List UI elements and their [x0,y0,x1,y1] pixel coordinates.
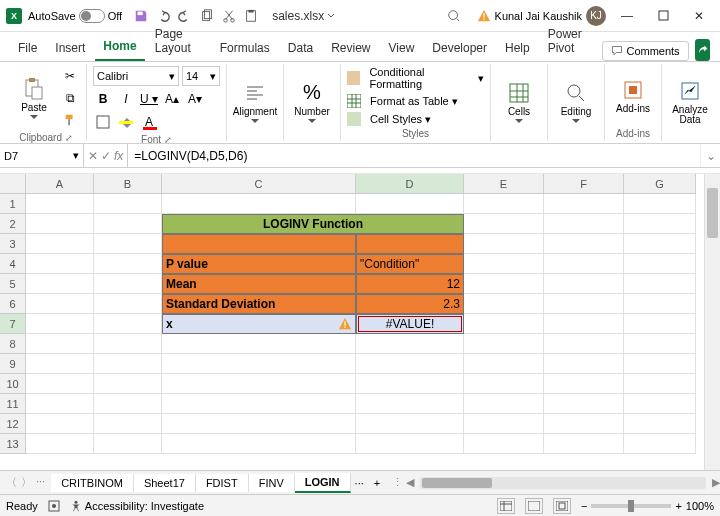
row-header[interactable]: 6 [0,294,26,314]
zoom-slider[interactable] [591,504,671,508]
sheet-tab[interactable]: Sheet17 [134,474,196,492]
tab-overflow-icon[interactable]: ··· [351,477,368,489]
fill-color-button[interactable] [116,112,136,132]
cut-icon[interactable]: ✂ [60,66,80,86]
row-header[interactable]: 2 [0,214,26,234]
addins-button[interactable]: Add-ins [611,66,655,126]
comments-button[interactable]: Comments [602,41,688,61]
tab-pagelayout[interactable]: Page Layout [147,21,210,61]
row-header[interactable]: 5 [0,274,26,294]
cell[interactable]: 2.3 [356,294,464,314]
formula-input[interactable]: =LOGINV(D4,D5,D6) [128,144,700,167]
paste-button[interactable]: Paste [12,66,56,130]
warning-icon[interactable] [338,317,352,331]
row-header[interactable]: 8 [0,334,26,354]
increase-font-icon[interactable]: A▴ [162,89,182,109]
zoom-out-icon[interactable]: − [581,500,587,512]
zoom-level[interactable]: 100% [686,500,714,512]
tab-more-icon[interactable]: ··· [36,475,45,490]
col-header-f[interactable]: F [544,174,624,194]
scrollbar-thumb[interactable] [422,478,492,488]
filename[interactable]: sales.xlsx [272,9,335,23]
accessibility-status[interactable]: Accessibility: Investigate [70,500,204,512]
pagebreak-view-button[interactable] [553,498,571,514]
font-color-button[interactable]: A [139,112,159,132]
decrease-font-icon[interactable]: A▾ [185,89,205,109]
tab-powerpivot[interactable]: Power Pivot [540,21,601,61]
cell-title[interactable]: LOGINV Function [162,214,464,234]
share-button[interactable] [695,39,710,61]
cancel-formula-icon[interactable]: ✕ [88,149,98,163]
tab-scroll-right-icon[interactable]: 〉 [21,475,32,490]
font-name-combo[interactable]: Calibri▾ [93,66,179,86]
paste-icon[interactable] [244,9,258,23]
tab-data[interactable]: Data [280,35,321,61]
name-box[interactable]: D7 ▾ [0,144,84,167]
cell[interactable]: P value [162,254,356,274]
expand-formula-bar-icon[interactable]: ⌄ [700,144,720,167]
italic-button[interactable]: I [116,89,136,109]
cells-button[interactable]: Cells [497,66,541,137]
font-size-combo[interactable]: 14▾ [182,66,220,86]
autosave-toggle[interactable]: AutoSave Off [28,9,122,23]
tab-developer[interactable]: Developer [424,35,495,61]
row-header[interactable]: 7 [0,314,26,334]
sheet-tab[interactable]: FINV [249,474,295,492]
col-header-a[interactable]: A [26,174,94,194]
sheet-tab[interactable]: LOGIN [295,473,351,493]
tab-help[interactable]: Help [497,35,538,61]
col-header-c[interactable]: C [162,174,356,194]
vertical-scrollbar[interactable] [704,174,720,470]
col-header-e[interactable]: E [464,174,544,194]
borders-button[interactable] [93,112,113,132]
editing-button[interactable]: Editing [554,66,598,137]
cell-styles-button[interactable]: Cell Styles ▾ [347,112,484,126]
fx-icon[interactable]: fx [114,149,123,163]
format-as-table-button[interactable]: Format as Table ▾ [347,94,484,108]
col-header-d[interactable]: D [356,174,464,194]
format-painter-icon[interactable] [60,110,80,130]
row-header[interactable]: 12 [0,414,26,434]
tab-insert[interactable]: Insert [47,35,93,61]
col-header-b[interactable]: B [94,174,162,194]
cell[interactable]: Mean [162,274,356,294]
select-all-corner[interactable] [0,174,26,194]
maximize-button[interactable] [648,6,678,26]
tab-home[interactable]: Home [95,33,144,61]
search-icon[interactable] [447,9,461,23]
active-cell[interactable]: #VALUE! [356,314,464,334]
analyze-data-button[interactable]: Analyze Data [668,66,712,137]
underline-button[interactable]: U ▾ [139,89,159,109]
row-header[interactable]: 11 [0,394,26,414]
row-header[interactable]: 4 [0,254,26,274]
cell[interactable]: 12 [356,274,464,294]
row-header[interactable]: 1 [0,194,26,214]
copy-icon[interactable]: ⧉ [60,88,80,108]
macro-record-icon[interactable] [48,500,60,512]
sheet-tab[interactable]: FDIST [196,474,249,492]
close-button[interactable]: ✕ [684,6,714,26]
row-header[interactable]: 13 [0,434,26,454]
cut-icon[interactable] [222,9,236,23]
alignment-button[interactable]: Alignment [233,66,277,137]
dialog-launcher-icon[interactable]: ⤢ [65,133,73,143]
tab-formulas[interactable]: Formulas [212,35,278,61]
minimize-button[interactable]: ― [612,6,642,26]
tab-view[interactable]: View [381,35,423,61]
number-button[interactable]: % Number [290,66,334,137]
bold-button[interactable]: B [93,89,113,109]
cell[interactable]: Standard Deviation [162,294,356,314]
normal-view-button[interactable] [497,498,515,514]
row-header[interactable]: 3 [0,234,26,254]
worksheet-grid[interactable]: A B C D E F G 1 2 3 4 5 6 7 8 9 10 11 12… [0,174,720,470]
scrollbar-thumb[interactable] [707,188,718,238]
horizontal-scrollbar[interactable] [420,477,706,489]
tab-file[interactable]: File [10,35,45,61]
pagelayout-view-button[interactable] [525,498,543,514]
new-sheet-button[interactable]: + [368,477,386,489]
sheet-tab[interactable]: CRITBINOM [51,474,134,492]
zoom-in-icon[interactable]: + [675,500,681,512]
col-header-g[interactable]: G [624,174,696,194]
cell[interactable]: x [162,314,356,334]
zoom-control[interactable]: − + 100% [581,500,714,512]
